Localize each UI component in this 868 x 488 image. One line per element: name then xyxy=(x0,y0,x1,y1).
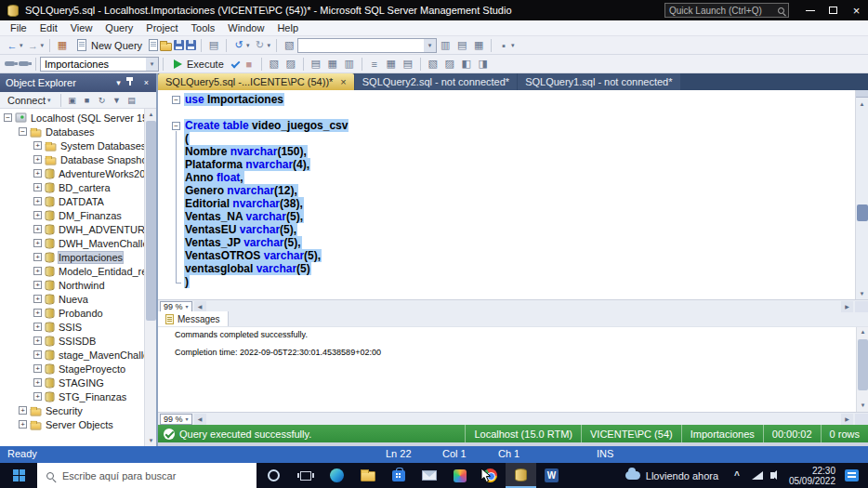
tree-item-databases[interactable]: −Databases xyxy=(0,125,144,138)
save-icon[interactable] xyxy=(174,40,184,50)
expand-icon[interactable]: + xyxy=(33,364,42,373)
store-icon-button[interactable] xyxy=(383,463,414,488)
connect-dropdown[interactable]: Connect ▾ xyxy=(4,95,57,106)
database-engine-query-icon[interactable] xyxy=(149,39,158,51)
template-explorer-icon[interactable]: ▤ xyxy=(454,38,469,53)
cortana-button[interactable] xyxy=(256,463,290,488)
cancel-query-icon[interactable]: ■ xyxy=(242,57,256,72)
close-icon[interactable]: × xyxy=(140,77,152,89)
scroll-right-icon[interactable]: ▶ xyxy=(841,414,853,425)
chevron-down-icon[interactable]: ▾ xyxy=(112,77,125,89)
expand-icon[interactable]: + xyxy=(33,309,42,317)
splitter-handle[interactable] xyxy=(856,90,868,98)
scroll-up-icon[interactable]: ▲ xyxy=(145,109,156,120)
toolbar-options-icon-dropdown[interactable]: ▾ xyxy=(511,42,515,49)
nav-backward-icon-dropdown[interactable]: ▾ xyxy=(20,42,23,49)
word-icon-button[interactable] xyxy=(536,463,567,488)
maximize-button[interactable] xyxy=(822,0,845,20)
include-actual-plan-icon[interactable]: ▦ xyxy=(325,57,340,72)
minimize-button[interactable] xyxy=(798,0,822,20)
tree-item-staging[interactable]: +STAGING xyxy=(0,376,144,389)
volume-icon[interactable] xyxy=(770,472,774,479)
task-view-button[interactable] xyxy=(290,463,322,488)
menu-file[interactable]: File xyxy=(4,21,33,34)
tree-item-dwh-adventurewo-[interactable]: +DWH_ADVENTUREWO... xyxy=(0,222,144,236)
taskbar-clock[interactable]: 22:30 05/09/2022 xyxy=(782,466,843,486)
menu-help[interactable]: Help xyxy=(270,21,305,34)
expand-icon[interactable]: + xyxy=(33,350,42,359)
scroll-left-icon[interactable]: ◀ xyxy=(194,414,206,425)
properties-window-icon[interactable]: ▦ xyxy=(471,38,486,53)
increase-indent-icon[interactable]: ◨ xyxy=(476,57,491,72)
tree-item-datdata[interactable]: +DATDATA xyxy=(0,194,144,208)
expand-icon[interactable]: + xyxy=(33,323,42,331)
redo-icon-dropdown[interactable]: ▾ xyxy=(268,42,271,49)
taskbar-search-input[interactable]: Escribe aquí para buscar xyxy=(37,463,256,488)
refresh-icon[interactable]: ↻ xyxy=(96,94,109,107)
network-icon[interactable] xyxy=(752,471,763,480)
ssms-icon-button[interactable] xyxy=(506,463,536,488)
results-to-file-icon[interactable]: ▤ xyxy=(401,57,415,72)
tree-item-server-objects[interactable]: +Server Objects xyxy=(0,417,144,431)
pin-icon[interactable] xyxy=(126,77,138,89)
scroll-up-icon[interactable]: ▲ xyxy=(857,327,868,338)
find-combo[interactable]: ▾ xyxy=(297,38,437,53)
menu-edit[interactable]: Edit xyxy=(33,21,64,34)
expand-icon[interactable]: + xyxy=(33,267,42,275)
change-connection-icon[interactable] xyxy=(19,61,29,66)
menu-query[interactable]: Query xyxy=(99,21,139,34)
scroll-down-icon[interactable]: ▼ xyxy=(856,288,868,299)
messages-zoom-combo[interactable]: 99 % ▾ xyxy=(160,414,192,425)
tree-item-security[interactable]: +Security xyxy=(0,403,144,417)
expand-icon[interactable]: + xyxy=(33,225,42,233)
menu-window[interactable]: Window xyxy=(221,21,270,34)
uncomment-icon[interactable]: ▨ xyxy=(442,57,457,72)
expand-icon[interactable]: + xyxy=(19,406,27,415)
expand-icon[interactable]: + xyxy=(33,281,42,289)
fold-collapse-icon[interactable]: − xyxy=(172,96,180,104)
tree-item-stageproyecto[interactable]: +StageProyecto xyxy=(0,362,144,376)
stop-icon[interactable]: ■ xyxy=(81,94,94,107)
object-explorer-scrollbar[interactable]: ▲ ▼ xyxy=(144,109,156,446)
tree-item-probando[interactable]: +Probando xyxy=(0,306,144,320)
tree-item-importaciones[interactable]: +Importaciones xyxy=(0,250,144,264)
tree-item-stg-finanzas[interactable]: +STG_Finanzas xyxy=(0,389,144,403)
tree-item-dm-finanzas[interactable]: +DM_Finanzas xyxy=(0,208,144,222)
hidden-icons-button[interactable]: ^ xyxy=(728,470,746,481)
tree-item-nueva[interactable]: +Nueva xyxy=(0,292,144,306)
redo-icon[interactable]: ↻ xyxy=(253,38,268,53)
intellisense-enabled-icon[interactable]: ▨ xyxy=(283,57,298,72)
find-combo-arrow[interactable]: ▾ xyxy=(424,39,436,52)
tree-item-bd-cartera[interactable]: +BD_cartera xyxy=(0,180,144,194)
expand-icon[interactable]: + xyxy=(33,169,42,178)
nav-forward-icon-dropdown[interactable]: ▾ xyxy=(41,42,45,49)
results-to-text-icon[interactable]: ≡ xyxy=(367,57,382,72)
expand-icon[interactable]: + xyxy=(33,336,42,345)
tab-close-icon[interactable]: × xyxy=(340,76,346,87)
menu-tools[interactable]: Tools xyxy=(185,21,222,34)
scroll-down-icon[interactable]: ▼ xyxy=(857,401,868,412)
tree-item-stage-mavenchalleng-[interactable]: +stage_MavenChalleng... xyxy=(0,348,144,362)
photos-icon-button[interactable] xyxy=(444,463,475,488)
expand-icon[interactable]: + xyxy=(33,211,42,219)
comment-icon[interactable]: ▧ xyxy=(426,57,441,72)
expand-icon[interactable]: + xyxy=(33,239,42,247)
expand-icon[interactable]: − xyxy=(19,127,27,136)
close-button[interactable]: × xyxy=(845,0,868,20)
open-file-icon[interactable] xyxy=(160,43,172,51)
filter-icon[interactable]: ▼ xyxy=(111,94,124,107)
weather-widget[interactable]: Lloviendo ahora xyxy=(616,470,728,481)
expand-icon[interactable]: + xyxy=(33,253,42,261)
expand-icon[interactable]: + xyxy=(33,183,42,191)
tab-sqlquery1-sql-not-connected-[interactable]: SQLQuery1.sql - not connected* xyxy=(518,73,679,90)
decrease-indent-icon[interactable]: ◧ xyxy=(459,57,474,72)
tree-item-modelo-entidad-relac-[interactable]: +Modelo_Entidad_relac... xyxy=(0,264,144,278)
tree-item-ssisdb[interactable]: +SSISDB xyxy=(0,334,144,348)
menu-view[interactable]: View xyxy=(64,21,99,34)
expand-icon[interactable]: + xyxy=(33,295,42,303)
tree-item-localhost-sql-server-15-0-2-[interactable]: −Localhost (SQL Server 15.0.2... xyxy=(0,111,144,125)
nav-forward-icon[interactable]: → xyxy=(26,38,41,53)
file-explorer-icon-button[interactable] xyxy=(352,463,383,488)
expand-icon[interactable]: + xyxy=(33,155,42,164)
tree-item-database-snapshots[interactable]: +Database Snapshots xyxy=(0,152,144,166)
